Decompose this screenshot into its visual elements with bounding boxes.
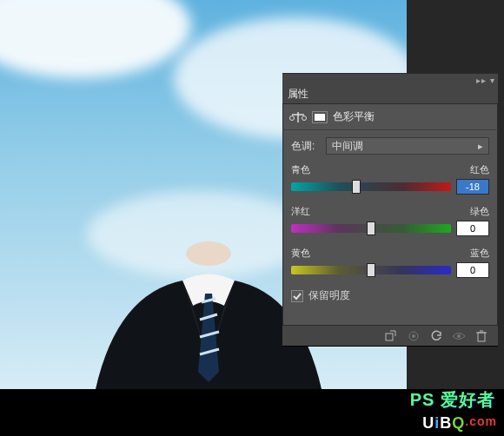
panel-title[interactable]: 属性 [288,87,308,102]
balance-icon [289,110,307,124]
panel-tab-strip: ▸▸ ▾ [282,73,498,85]
tone-select[interactable]: 中间调 ▸ [326,137,489,155]
properties-panel: 属性 色彩平衡 色调: 中间调 ▸ 青色 红色 [282,85,498,346]
check-icon [293,292,302,301]
slider-right-label: 蓝色 [470,247,489,260]
slider-thumb[interactable] [367,263,375,277]
tone-value: 中间调 [332,139,363,154]
panel-header: 属性 [282,85,498,104]
tone-label: 色调: [291,139,321,154]
slider-right-label: 红色 [470,163,489,176]
yellow-blue-slider: 黄色 蓝色 0 [291,247,489,278]
trash-icon[interactable] [474,328,489,344]
svg-rect-9 [386,334,393,340]
view-icon[interactable] [406,328,421,344]
panel-footer [282,325,498,346]
panel-flyout-icon[interactable]: ▸▸ ▾ [476,76,495,85]
slider-value-input[interactable]: 0 [456,221,489,236]
adjustment-type-label: 色彩平衡 [333,109,375,124]
slider-track[interactable] [291,266,451,274]
magenta-green-slider: 洋红 绿色 0 [291,205,489,236]
preserve-checkbox[interactable] [291,290,303,302]
slider-value-input[interactable]: 0 [456,262,489,278]
adjustment-type-row: 色彩平衡 [282,104,498,130]
slider-track[interactable] [291,182,451,191]
svg-point-0 [186,241,231,266]
slider-left-label: 黄色 [291,247,310,260]
reset-icon[interactable] [428,328,444,344]
watermark-text: PS 爱好者 [410,388,495,412]
layer-mask-icon[interactable] [312,111,328,123]
site-watermark: UiBQ.com [422,414,497,433]
svg-point-11 [412,334,415,338]
svg-rect-13 [478,333,485,341]
gradient-cyan-red [291,182,451,191]
svg-point-8 [302,116,307,120]
svg-point-7 [290,116,295,120]
slider-thumb[interactable] [367,221,375,235]
slider-value-input[interactable]: -18 [456,179,489,195]
slider-track[interactable] [291,224,451,233]
visibility-icon[interactable] [451,328,467,344]
svg-point-12 [457,334,461,338]
tone-row: 色调: 中间调 ▸ [291,137,489,155]
slider-left-label: 洋红 [291,205,310,218]
chevron-updown-icon: ▸ [478,141,483,152]
slider-right-label: 绿色 [470,205,489,218]
preserve-luminosity-row[interactable]: 保留明度 [291,288,489,303]
cloud [0,0,191,78]
cyan-red-slider: 青色 红色 -18 [291,163,489,195]
slider-thumb[interactable] [352,180,361,194]
slider-left-label: 青色 [291,163,310,176]
preserve-label: 保留明度 [308,288,350,303]
clip-icon[interactable] [383,328,399,344]
